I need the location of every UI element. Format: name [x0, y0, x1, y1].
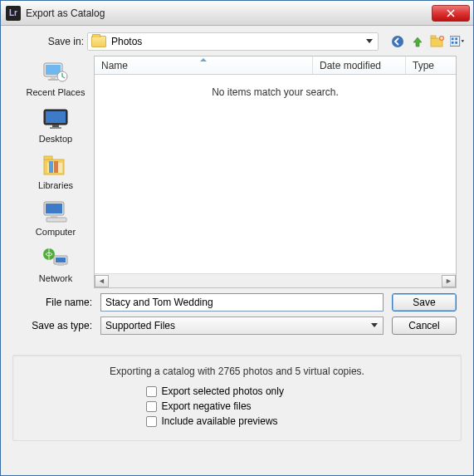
label-include-previews[interactable]: Include available previews — [162, 415, 278, 427]
export-catalog-dialog: Lr Export as Catalog Save in: Photos — [0, 0, 474, 476]
close-button[interactable] — [432, 5, 470, 22]
save-in-label: Save in: — [9, 36, 84, 47]
svg-rect-4 — [450, 37, 460, 47]
export-options-panel: Exporting a catalog with 2765 photos and… — [12, 355, 462, 441]
svg-rect-22 — [54, 161, 58, 173]
file-list-body[interactable]: No items match your search. — [95, 75, 456, 273]
svg-point-0 — [392, 36, 403, 47]
savetype-combo[interactable]: Supported Files — [100, 317, 384, 335]
save-in-value: Photos — [111, 36, 142, 47]
app-icon: Lr — [6, 6, 21, 21]
network-icon — [41, 245, 71, 272]
column-name[interactable]: Name — [95, 56, 313, 74]
empty-list-message: No items match your search. — [212, 86, 339, 273]
window-title: Export as Catalog — [26, 7, 105, 19]
cancel-button[interactable]: Cancel — [392, 317, 457, 335]
chevron-down-icon — [366, 39, 373, 43]
view-menu-button[interactable] — [450, 34, 465, 49]
place-network[interactable]: Network — [17, 243, 94, 285]
save-in-combo[interactable]: Photos — [87, 32, 379, 51]
places-sidebar: Recent Places Desktop Libraries — [17, 56, 94, 288]
svg-rect-16 — [52, 125, 59, 127]
svg-rect-7 — [452, 42, 454, 44]
savetype-label: Save as type: — [17, 320, 92, 331]
back-arrow-icon — [391, 35, 404, 48]
scroll-left-button[interactable]: ◄ — [95, 275, 109, 287]
svg-rect-26 — [46, 218, 66, 222]
export-summary: Exporting a catalog with 2765 photos and… — [30, 366, 444, 377]
svg-rect-6 — [455, 38, 457, 41]
back-button[interactable] — [390, 34, 405, 49]
svg-rect-11 — [51, 76, 56, 79]
place-recent[interactable]: Recent Places — [17, 57, 94, 99]
filename-label: File name: — [17, 297, 92, 308]
chevron-down-icon — [371, 323, 378, 327]
place-libraries[interactable]: Libraries — [17, 150, 94, 192]
place-desktop[interactable]: Desktop — [17, 104, 94, 145]
new-folder-icon — [430, 35, 445, 48]
checkbox-include-previews[interactable] — [146, 416, 157, 427]
column-date-modified[interactable]: Date modified — [313, 56, 406, 74]
svg-rect-29 — [56, 258, 66, 263]
place-computer[interactable]: Computer — [17, 197, 94, 238]
new-folder-button[interactable] — [430, 34, 445, 49]
svg-rect-30 — [57, 264, 64, 266]
desktop-icon — [41, 106, 71, 132]
checkbox-selected-only[interactable] — [146, 386, 157, 397]
scroll-track[interactable] — [109, 275, 442, 287]
svg-rect-2 — [431, 36, 436, 38]
column-type[interactable]: Type — [406, 56, 456, 74]
save-button[interactable]: Save — [392, 293, 457, 312]
libraries-icon — [41, 152, 71, 179]
svg-rect-12 — [48, 79, 58, 81]
label-selected-only[interactable]: Export selected photos only — [162, 385, 284, 397]
checkbox-negative-files[interactable] — [146, 401, 157, 412]
up-button[interactable] — [410, 34, 425, 49]
svg-rect-8 — [455, 42, 457, 44]
svg-rect-17 — [50, 127, 61, 129]
view-menu-icon — [450, 35, 465, 48]
sort-ascending-icon — [200, 58, 207, 61]
close-icon — [447, 9, 455, 17]
folder-icon — [91, 36, 106, 47]
file-list: Name Date modified Type No items match y… — [94, 56, 457, 288]
svg-rect-15 — [46, 111, 66, 123]
recent-places-icon — [41, 59, 71, 86]
titlebar: Lr Export as Catalog — [1, 1, 473, 26]
svg-rect-19 — [44, 156, 52, 159]
computer-icon — [41, 199, 71, 225]
svg-rect-5 — [452, 38, 454, 41]
label-negative-files[interactable]: Export negative files — [162, 400, 252, 412]
scroll-right-button[interactable]: ► — [442, 275, 456, 287]
svg-rect-21 — [49, 161, 53, 173]
horizontal-scrollbar[interactable]: ◄ ► — [95, 273, 456, 287]
up-arrow-icon — [411, 35, 424, 48]
filename-input[interactable] — [100, 293, 384, 312]
svg-rect-24 — [46, 204, 62, 213]
